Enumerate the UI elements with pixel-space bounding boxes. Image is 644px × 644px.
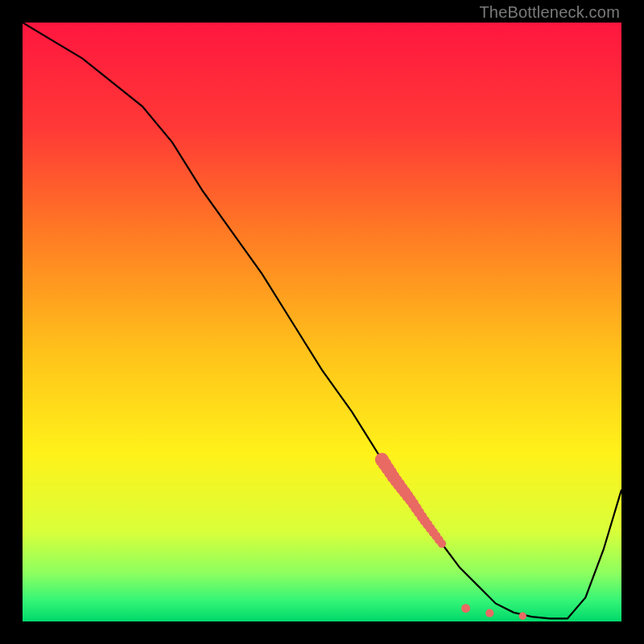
watermark-text: TheBottleneck.com [479, 3, 620, 22]
marker-dot [519, 613, 526, 620]
marker-dot [485, 609, 493, 617]
chart-frame [23, 23, 621, 621]
gradient-background [23, 23, 621, 621]
marker-dot [438, 539, 447, 548]
marker-dot [461, 604, 470, 613]
bottleneck-chart [23, 23, 621, 621]
